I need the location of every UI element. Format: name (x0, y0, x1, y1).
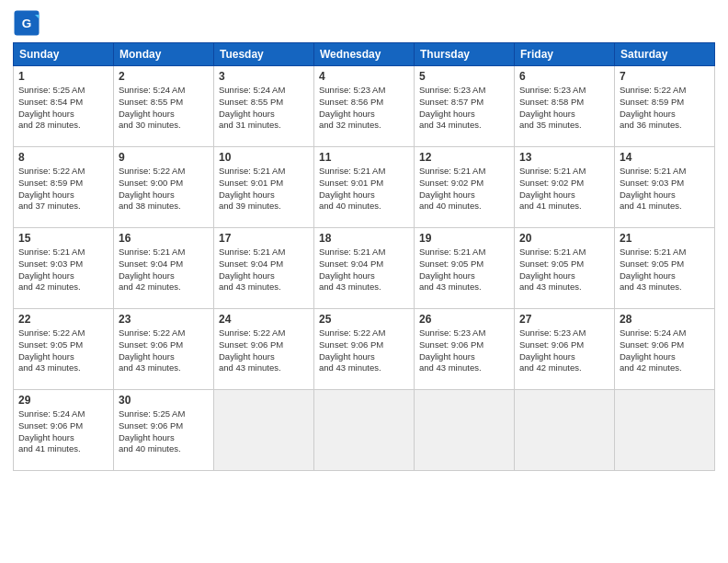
cell-info: Sunrise: 5:21 AMSunset: 9:02 PMDaylight … (419, 166, 485, 211)
cell-info: Sunrise: 5:23 AMSunset: 8:58 PMDaylight … (519, 85, 586, 130)
table-row: 3Sunrise: 5:24 AMSunset: 8:55 PMDaylight… (214, 66, 314, 147)
table-row: 11Sunrise: 5:21 AMSunset: 9:01 PMDayligh… (314, 147, 415, 228)
cell-info: Sunrise: 5:24 AMSunset: 8:55 PMDaylight … (119, 85, 185, 130)
day-number: 17 (219, 232, 309, 245)
cell-info: Sunrise: 5:21 AMSunset: 9:01 PMDaylight … (319, 166, 385, 211)
table-row (314, 390, 415, 471)
day-number: 6 (519, 70, 609, 83)
cell-info: Sunrise: 5:21 AMSunset: 9:05 PMDaylight … (419, 247, 485, 292)
cell-info: Sunrise: 5:22 AMSunset: 9:05 PMDaylight … (18, 327, 85, 373)
day-number: 21 (620, 232, 710, 245)
day-number: 27 (519, 313, 609, 326)
svg-text:G: G (22, 17, 32, 30)
day-number: 18 (319, 232, 409, 245)
cell-info: Sunrise: 5:21 AMSunset: 9:04 PMDaylight … (219, 247, 285, 292)
day-number: 16 (119, 232, 209, 245)
day-number: 7 (620, 70, 710, 83)
day-number: 4 (319, 70, 409, 83)
table-row: 22Sunrise: 5:22 AMSunset: 9:05 PMDayligh… (14, 309, 114, 390)
cell-info: Sunrise: 5:25 AMSunset: 9:06 PMDaylight … (119, 408, 185, 454)
cell-info: Sunrise: 5:23 AMSunset: 8:57 PMDaylight … (419, 85, 485, 130)
cell-info: Sunrise: 5:22 AMSunset: 9:06 PMDaylight … (219, 327, 285, 373)
day-number: 24 (219, 313, 309, 326)
cell-info: Sunrise: 5:22 AMSunset: 9:06 PMDaylight … (319, 327, 385, 373)
table-row: 5Sunrise: 5:23 AMSunset: 8:57 PMDaylight… (415, 66, 515, 147)
day-number: 5 (419, 70, 509, 83)
cell-info: Sunrise: 5:22 AMSunset: 9:00 PMDaylight … (119, 166, 185, 211)
cell-info: Sunrise: 5:23 AMSunset: 8:56 PMDaylight … (319, 85, 385, 130)
day-number: 12 (419, 151, 509, 164)
day-number: 22 (18, 313, 108, 326)
calendar-table: Sunday Monday Tuesday Wednesday Thursday… (13, 42, 715, 471)
col-friday: Friday (515, 43, 615, 66)
table-row: 29Sunrise: 5:24 AMSunset: 9:06 PMDayligh… (14, 390, 114, 471)
col-wednesday: Wednesday (314, 43, 415, 66)
day-number: 15 (18, 232, 108, 245)
cell-info: Sunrise: 5:22 AMSunset: 8:59 PMDaylight … (18, 166, 85, 211)
day-number: 10 (219, 151, 309, 164)
cell-info: Sunrise: 5:21 AMSunset: 9:02 PMDaylight … (519, 166, 586, 211)
col-saturday: Saturday (615, 43, 715, 66)
col-sunday: Sunday (14, 43, 114, 66)
day-number: 9 (119, 151, 209, 164)
calendar-week-2: 8Sunrise: 5:22 AMSunset: 8:59 PMDaylight… (14, 147, 715, 228)
day-number: 25 (319, 313, 409, 326)
col-monday: Monday (114, 43, 214, 66)
table-row: 12Sunrise: 5:21 AMSunset: 9:02 PMDayligh… (415, 147, 515, 228)
cell-info: Sunrise: 5:21 AMSunset: 9:03 PMDaylight … (620, 166, 686, 211)
table-row: 7Sunrise: 5:22 AMSunset: 8:59 PMDaylight… (615, 66, 715, 147)
day-number: 14 (620, 151, 710, 164)
table-row: 8Sunrise: 5:22 AMSunset: 8:59 PMDaylight… (14, 147, 114, 228)
cell-info: Sunrise: 5:22 AMSunset: 9:06 PMDaylight … (119, 327, 185, 373)
table-row: 2Sunrise: 5:24 AMSunset: 8:55 PMDaylight… (114, 66, 214, 147)
day-number: 26 (419, 313, 509, 326)
cell-info: Sunrise: 5:25 AMSunset: 8:54 PMDaylight … (18, 85, 85, 130)
header: G (13, 9, 715, 37)
calendar-week-4: 22Sunrise: 5:22 AMSunset: 9:05 PMDayligh… (14, 309, 715, 390)
table-row: 20Sunrise: 5:21 AMSunset: 9:05 PMDayligh… (515, 228, 615, 309)
table-row: 4Sunrise: 5:23 AMSunset: 8:56 PMDaylight… (314, 66, 415, 147)
logo: G (13, 9, 44, 37)
cell-info: Sunrise: 5:24 AMSunset: 8:55 PMDaylight … (219, 85, 285, 130)
table-row: 10Sunrise: 5:21 AMSunset: 9:01 PMDayligh… (214, 147, 314, 228)
table-row: 25Sunrise: 5:22 AMSunset: 9:06 PMDayligh… (314, 309, 415, 390)
table-row: 19Sunrise: 5:21 AMSunset: 9:05 PMDayligh… (415, 228, 515, 309)
day-number: 13 (519, 151, 609, 164)
table-row: 13Sunrise: 5:21 AMSunset: 9:02 PMDayligh… (515, 147, 615, 228)
cell-info: Sunrise: 5:24 AMSunset: 9:06 PMDaylight … (620, 327, 686, 373)
table-row (615, 390, 715, 471)
cell-info: Sunrise: 5:23 AMSunset: 9:06 PMDaylight … (419, 327, 485, 373)
table-row: 21Sunrise: 5:21 AMSunset: 9:05 PMDayligh… (615, 228, 715, 309)
cell-info: Sunrise: 5:21 AMSunset: 9:01 PMDaylight … (219, 166, 285, 211)
day-number: 23 (119, 313, 209, 326)
table-row: 14Sunrise: 5:21 AMSunset: 9:03 PMDayligh… (615, 147, 715, 228)
cell-info: Sunrise: 5:21 AMSunset: 9:04 PMDaylight … (319, 247, 385, 292)
table-row: 24Sunrise: 5:22 AMSunset: 9:06 PMDayligh… (214, 309, 314, 390)
table-row: 26Sunrise: 5:23 AMSunset: 9:06 PMDayligh… (415, 309, 515, 390)
day-number: 3 (219, 70, 309, 83)
table-row (415, 390, 515, 471)
table-row (515, 390, 615, 471)
table-row: 6Sunrise: 5:23 AMSunset: 8:58 PMDaylight… (515, 66, 615, 147)
calendar-week-1: 1Sunrise: 5:25 AMSunset: 8:54 PMDaylight… (14, 66, 715, 147)
table-row: 9Sunrise: 5:22 AMSunset: 9:00 PMDaylight… (114, 147, 214, 228)
col-tuesday: Tuesday (214, 43, 314, 66)
col-thursday: Thursday (415, 43, 515, 66)
day-number: 2 (119, 70, 209, 83)
table-row: 27Sunrise: 5:23 AMSunset: 9:06 PMDayligh… (515, 309, 615, 390)
table-row: 30Sunrise: 5:25 AMSunset: 9:06 PMDayligh… (114, 390, 214, 471)
cell-info: Sunrise: 5:23 AMSunset: 9:06 PMDaylight … (519, 327, 586, 373)
day-number: 1 (18, 70, 108, 83)
calendar-week-5: 29Sunrise: 5:24 AMSunset: 9:06 PMDayligh… (14, 390, 715, 471)
calendar-week-3: 15Sunrise: 5:21 AMSunset: 9:03 PMDayligh… (14, 228, 715, 309)
cell-info: Sunrise: 5:21 AMSunset: 9:04 PMDaylight … (119, 247, 185, 292)
day-number: 20 (519, 232, 609, 245)
cell-info: Sunrise: 5:21 AMSunset: 9:05 PMDaylight … (620, 247, 686, 292)
day-number: 29 (18, 394, 108, 407)
day-number: 19 (419, 232, 509, 245)
table-row (214, 390, 314, 471)
cell-info: Sunrise: 5:21 AMSunset: 9:03 PMDaylight … (18, 247, 85, 292)
cell-info: Sunrise: 5:24 AMSunset: 9:06 PMDaylight … (18, 408, 85, 454)
table-row: 15Sunrise: 5:21 AMSunset: 9:03 PMDayligh… (14, 228, 114, 309)
table-row: 23Sunrise: 5:22 AMSunset: 9:06 PMDayligh… (114, 309, 214, 390)
